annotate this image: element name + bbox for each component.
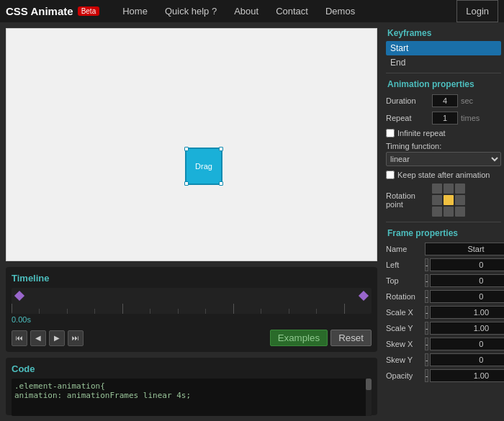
timeline-track[interactable] xyxy=(12,288,372,314)
frame-left-input[interactable] xyxy=(430,258,504,271)
main-layout: Drag Timeline xyxy=(0,22,504,421)
timeline-play[interactable]: ▶ xyxy=(49,330,65,346)
frame-scalex-input[interactable] xyxy=(430,306,504,319)
frame-skewy-input[interactable] xyxy=(430,353,504,366)
duration-input[interactable] xyxy=(432,94,458,107)
keyframe-start-marker[interactable] xyxy=(14,291,24,301)
frame-skewy-row: Skew Y - + xyxy=(386,353,501,366)
frame-scalex-row: Scale X - + xyxy=(386,306,501,319)
frame-rotation-decr[interactable]: - xyxy=(425,290,428,303)
timing-select[interactable]: linear ease ease-in ease-out ease-in-out xyxy=(386,152,501,166)
frame-top-input[interactable] xyxy=(430,274,504,287)
frame-name-input[interactable] xyxy=(425,243,504,255)
divider-1 xyxy=(386,73,501,73)
timeline-panel: Timeline xyxy=(6,267,377,352)
left-panel: Drag Timeline xyxy=(0,22,383,421)
frame-rotation-row: Rotation - + xyxy=(386,290,501,303)
nav-home[interactable]: Home xyxy=(114,0,156,22)
handle-br[interactable] xyxy=(219,181,223,186)
brand-name: CSS Animate xyxy=(6,5,73,17)
reset-button[interactable]: Reset xyxy=(330,330,372,346)
frame-opacity-input[interactable] xyxy=(430,369,504,382)
drag-label: Drag xyxy=(195,162,212,171)
rot-tl[interactable] xyxy=(432,184,442,194)
timing-label: Timing function: xyxy=(386,142,501,150)
frame-scalex-decr[interactable]: - xyxy=(425,306,428,319)
frame-rotation-input[interactable] xyxy=(430,290,504,303)
frame-top-row: Top - + xyxy=(386,274,501,287)
infinite-repeat-label: Infinite repeat xyxy=(397,129,446,137)
frame-scaley-label: Scale Y xyxy=(386,324,423,332)
frame-props-title: Frame properties xyxy=(386,225,501,241)
nav-about[interactable]: About xyxy=(225,0,267,22)
infinite-repeat-checkbox[interactable] xyxy=(386,129,395,137)
canvas-area[interactable]: Drag xyxy=(6,28,377,261)
login-button[interactable]: Login xyxy=(456,0,498,22)
keyframe-start[interactable]: Start xyxy=(386,41,501,55)
frame-skewx-label: Skew X xyxy=(386,340,423,348)
frame-name-label: Name xyxy=(386,245,423,253)
frame-skewx-row: Skew X - + xyxy=(386,338,501,350)
rotation-point-label: Rotation point xyxy=(386,191,429,209)
code-content[interactable]: .element-animation{ animation: animation… xyxy=(12,379,372,416)
right-panel: Keyframes Start End Animation properties… xyxy=(383,22,504,421)
code-scrollbar-thumb[interactable] xyxy=(366,379,372,390)
code-scrollbar[interactable] xyxy=(366,379,372,416)
nav-quickhelp[interactable]: Quick help ? xyxy=(156,0,225,22)
repeat-unit: times xyxy=(461,114,480,122)
timeline-title: Timeline xyxy=(12,273,372,284)
keyframe-end-marker[interactable] xyxy=(359,291,369,301)
rot-bc[interactable] xyxy=(444,207,454,217)
handle-tl[interactable] xyxy=(184,147,189,151)
code-line-1: .element-animation{ xyxy=(14,381,369,391)
keyframes-title: Keyframes xyxy=(386,25,501,41)
frame-top-decr[interactable]: - xyxy=(425,274,428,287)
frame-opacity-row: Opacity - + xyxy=(386,369,501,382)
top-navigation: CSS Animate Beta Home Quick help ? About… xyxy=(0,0,504,22)
repeat-row: Repeat times xyxy=(386,112,501,125)
keyframe-end[interactable]: End xyxy=(386,55,501,70)
timeline-forward[interactable]: ⏭ xyxy=(68,330,84,346)
repeat-label: Repeat xyxy=(386,114,429,122)
rot-mr[interactable] xyxy=(455,195,465,205)
drag-element[interactable]: Drag xyxy=(185,148,222,185)
frame-opacity-decr[interactable]: - xyxy=(425,369,428,382)
brand: CSS Animate Beta xyxy=(6,5,99,17)
keep-state-checkbox[interactable] xyxy=(386,171,395,179)
nav-links: Home Quick help ? About Contact Demos xyxy=(114,0,456,22)
divider-2 xyxy=(386,222,501,222)
timeline-rewind[interactable]: ⏮ xyxy=(12,330,27,346)
frame-left-row: Left - + xyxy=(386,258,501,271)
beta-badge: Beta xyxy=(78,6,100,16)
rot-mc[interactable] xyxy=(444,195,454,205)
rot-bl[interactable] xyxy=(432,207,442,217)
frame-rotation-label: Rotation xyxy=(386,292,423,301)
frame-skewx-input[interactable] xyxy=(430,338,504,350)
examples-button[interactable]: Examples xyxy=(270,330,328,346)
repeat-input[interactable] xyxy=(432,112,458,125)
frame-scaley-decr[interactable]: - xyxy=(425,322,428,335)
animation-props-title: Animation properties xyxy=(386,76,501,92)
handle-tr[interactable] xyxy=(219,147,223,151)
rot-tr[interactable] xyxy=(455,184,465,194)
nav-contact[interactable]: Contact xyxy=(267,0,317,22)
rot-tc[interactable] xyxy=(444,184,454,194)
rotation-point-row: Rotation point xyxy=(386,184,501,217)
duration-unit: sec xyxy=(461,96,473,105)
frame-top-label: Top xyxy=(386,276,423,285)
code-panel: Code .element-animation{ animation: anim… xyxy=(6,358,377,415)
frame-name-row: Name xyxy=(386,243,501,255)
frame-scaley-row: Scale Y - + xyxy=(386,322,501,335)
frame-left-decr[interactable]: - xyxy=(425,258,428,271)
rot-br[interactable] xyxy=(455,207,465,217)
frame-skewx-decr[interactable]: - xyxy=(425,338,428,350)
keep-state-label: Keep state after animation xyxy=(397,171,490,179)
timeline-back[interactable]: ◀ xyxy=(30,330,46,346)
frame-opacity-label: Opacity xyxy=(386,371,423,380)
frame-scaley-input[interactable] xyxy=(430,322,504,335)
handle-bl[interactable] xyxy=(184,181,189,186)
code-title: Code xyxy=(12,363,372,374)
nav-demos[interactable]: Demos xyxy=(317,0,364,22)
frame-skewy-decr[interactable]: - xyxy=(425,353,428,366)
rot-ml[interactable] xyxy=(432,195,442,205)
